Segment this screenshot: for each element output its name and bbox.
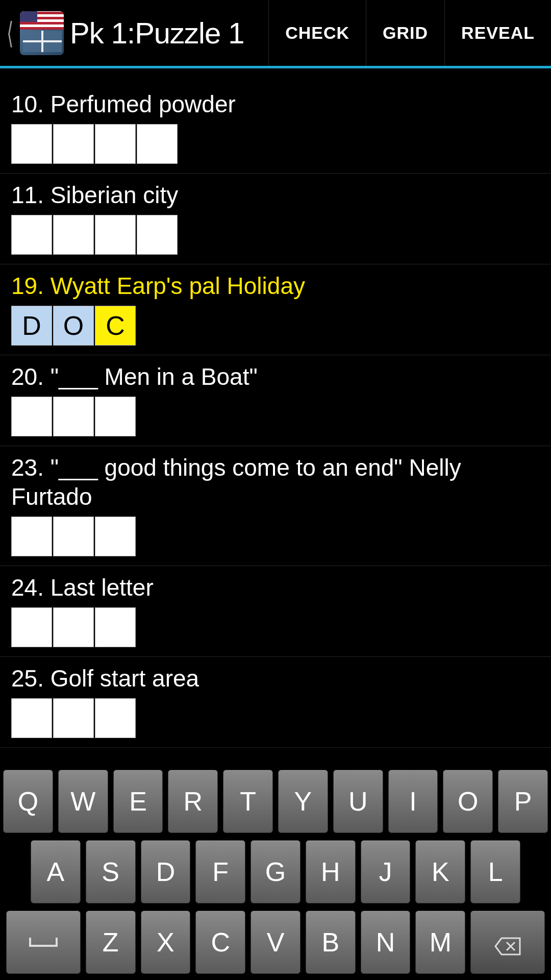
key-g[interactable]: G [251, 840, 300, 903]
key-s[interactable]: S [86, 840, 136, 903]
answer-cell[interactable] [53, 517, 94, 556]
clue-cells [11, 215, 540, 255]
key-w[interactable]: W [58, 770, 108, 833]
answer-cell[interactable] [95, 698, 136, 738]
clue-item[interactable]: 19. Wyatt Earp's pal HolidayDOC [0, 264, 551, 355]
key-k[interactable]: K [415, 840, 465, 903]
back-button[interactable]: ⟨ [4, 16, 16, 51]
clue-text: 20. "___ Men in a Boat" [11, 362, 540, 391]
clue-cells [11, 698, 540, 738]
key-z[interactable]: Z [86, 911, 136, 974]
key-backspace[interactable] [470, 911, 545, 974]
answer-cell[interactable] [11, 397, 52, 436]
key-d[interactable]: D [141, 840, 191, 903]
answer-cell[interactable] [53, 124, 94, 164]
key-space[interactable] [6, 911, 81, 974]
clue-cells [11, 124, 540, 164]
clue-item[interactable]: 24. Last letter [0, 566, 551, 657]
answer-cell[interactable]: C [95, 306, 136, 346]
answer-cell[interactable] [137, 124, 178, 164]
key-o[interactable]: O [443, 770, 493, 833]
clue-text: 19. Wyatt Earp's pal Holiday [11, 272, 540, 301]
answer-cell[interactable] [95, 124, 136, 164]
key-t[interactable]: T [223, 770, 273, 833]
answer-cell[interactable] [53, 215, 94, 255]
answer-cell[interactable] [95, 397, 136, 436]
keyboard-row-3: ZXCVBNM [3, 911, 548, 974]
key-a[interactable]: A [31, 840, 81, 903]
key-p[interactable]: P [498, 770, 548, 833]
app-icon[interactable] [20, 11, 64, 55]
answer-cell[interactable] [95, 215, 136, 255]
key-x[interactable]: X [141, 911, 191, 974]
key-c[interactable]: C [195, 911, 245, 974]
key-u[interactable]: U [333, 770, 383, 833]
key-f[interactable]: F [195, 840, 245, 903]
answer-cell[interactable] [95, 607, 136, 647]
key-y[interactable]: Y [278, 770, 328, 833]
backspace-icon [493, 932, 522, 952]
clue-item[interactable]: 20. "___ Men in a Boat" [0, 355, 551, 446]
answer-cell[interactable]: O [53, 306, 94, 346]
clue-list[interactable]: 10. Perfumed powder11. Siberian city19. … [0, 68, 551, 765]
key-m[interactable]: M [415, 911, 465, 974]
clue-text: 10. Perfumed powder [11, 90, 540, 119]
key-q[interactable]: Q [3, 770, 53, 833]
page-title: Pk 1:Puzzle 1 [70, 16, 268, 50]
key-i[interactable]: I [388, 770, 438, 833]
grid-button[interactable]: GRID [366, 0, 444, 66]
clue-item[interactable]: 25. Golf start area [0, 657, 551, 748]
clue-cells [11, 397, 540, 436]
clue-text: 11. Siberian city [11, 181, 540, 210]
clue-text: 24. Last letter [11, 573, 540, 602]
clue-cells [11, 607, 540, 647]
clue-item[interactable]: 11. Siberian city [0, 174, 551, 264]
answer-cell[interactable] [11, 698, 52, 738]
clue-item[interactable]: 23. "___ good things come to an end" Nel… [0, 446, 551, 566]
answer-cell[interactable] [11, 607, 52, 647]
key-v[interactable]: V [251, 911, 300, 974]
keyboard: QWERTYUIOP ASDFGHJKL ZXCVBNM [0, 765, 551, 980]
answer-cell[interactable] [11, 215, 52, 255]
key-e[interactable]: E [113, 770, 163, 833]
answer-cell[interactable] [95, 517, 136, 556]
key-h[interactable]: H [306, 840, 356, 903]
answer-cell[interactable] [137, 215, 178, 255]
reveal-button[interactable]: REVEAL [444, 0, 551, 66]
key-r[interactable]: R [168, 770, 218, 833]
answer-cell[interactable] [53, 607, 94, 647]
keyboard-row-1: QWERTYUIOP [3, 770, 548, 833]
clue-item[interactable]: 10. Perfumed powder [0, 83, 551, 174]
clue-cells [11, 517, 540, 556]
key-j[interactable]: J [361, 840, 411, 903]
answer-cell[interactable] [11, 124, 52, 164]
answer-cell[interactable]: D [11, 306, 52, 346]
header: ⟨ Pk 1:Puzzle 1 CHECK GRID REVEAL [0, 0, 551, 68]
answer-cell[interactable] [11, 517, 52, 556]
clue-text: 23. "___ good things come to an end" Nel… [11, 453, 540, 511]
key-n[interactable]: N [361, 911, 411, 974]
clue-cells: DOC [11, 306, 540, 346]
check-button[interactable]: CHECK [268, 0, 366, 66]
key-l[interactable]: L [470, 840, 520, 903]
header-actions: CHECK GRID REVEAL [268, 0, 551, 66]
clue-text: 25. Golf start area [11, 664, 540, 693]
key-b[interactable]: B [306, 911, 356, 974]
answer-cell[interactable] [53, 698, 94, 738]
answer-cell[interactable] [53, 397, 94, 436]
keyboard-row-2: ASDFGHJKL [3, 840, 548, 903]
